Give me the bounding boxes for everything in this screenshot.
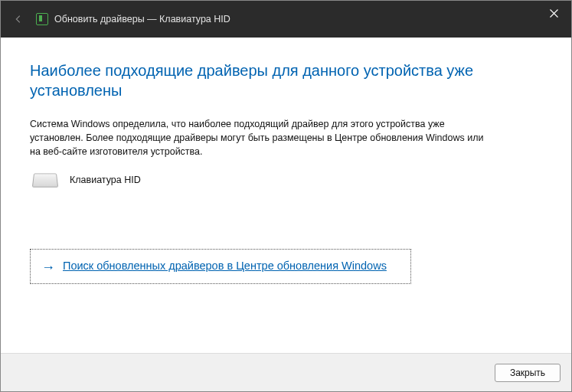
device-title-icon	[36, 13, 48, 25]
footer: Закрыть	[1, 353, 571, 391]
device-name-label: Клавиатура HID	[70, 175, 141, 185]
close-icon	[550, 9, 558, 18]
window-title: Обновить драйверы — Клавиатура HID	[54, 14, 230, 24]
content-area: Наиболее подходящие драйверы для данного…	[1, 38, 571, 353]
arrow-left-icon	[13, 14, 24, 24]
close-window-button[interactable]	[536, 1, 571, 25]
page-heading: Наиболее подходящие драйверы для данного…	[30, 60, 542, 100]
description-text: Система Windows определила, что наиболее…	[30, 117, 489, 158]
keyboard-icon	[32, 174, 58, 188]
search-link-text: Поиск обновленных драйверов в Центре обн…	[63, 259, 387, 274]
device-row: Клавиатура HID	[33, 172, 542, 188]
back-button[interactable]	[1, 1, 36, 38]
close-button[interactable]: Закрыть	[495, 364, 561, 382]
arrow-right-icon: →	[41, 260, 55, 274]
titlebar: Обновить драйверы — Клавиатура HID	[1, 1, 571, 38]
search-windows-update-link[interactable]: → Поиск обновленных драйверов в Центре о…	[30, 249, 411, 284]
driver-update-dialog: Обновить драйверы — Клавиатура HID Наибо…	[0, 0, 572, 392]
